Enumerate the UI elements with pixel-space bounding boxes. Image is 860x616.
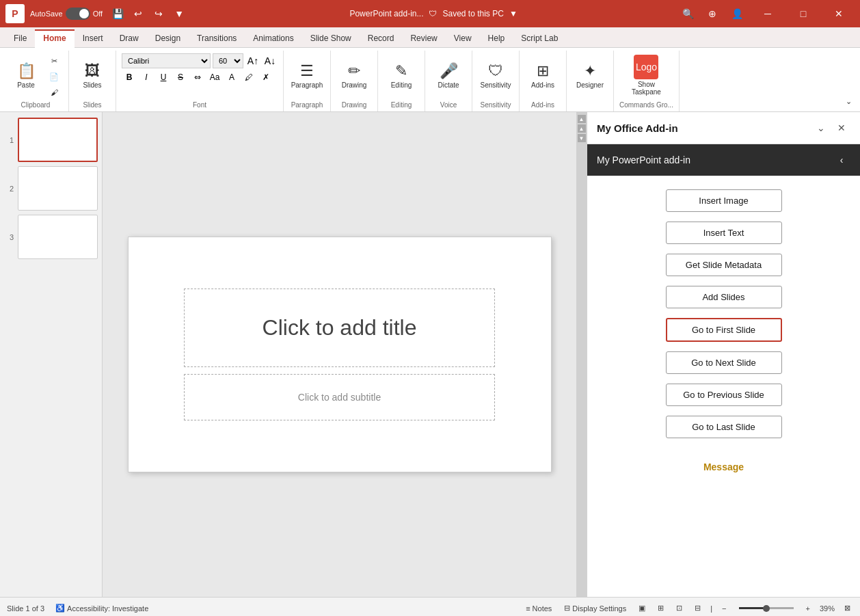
- slide-preview-1[interactable]: [18, 118, 98, 162]
- notes-label: Notes: [533, 604, 552, 613]
- tab-scriptlab[interactable]: Script Lab: [513, 31, 566, 47]
- strikethrough-button[interactable]: S: [173, 70, 188, 85]
- fit-slide-button[interactable]: ⊠: [842, 602, 853, 614]
- cut-button[interactable]: ✂: [45, 53, 63, 68]
- designer-button[interactable]: ✦ Designer: [572, 53, 608, 97]
- notes-button[interactable]: ≡ Notes: [523, 603, 554, 614]
- font-color-button[interactable]: A: [224, 70, 239, 85]
- zoom-level: 39%: [820, 604, 835, 613]
- font-size-select[interactable]: 60: [213, 53, 243, 68]
- tab-view[interactable]: View: [446, 31, 480, 47]
- copy-button[interactable]: 📄: [45, 69, 63, 84]
- scroll-prev-button[interactable]: ▲: [578, 124, 586, 133]
- accessibility-button[interactable]: ♿ Accessibility: Investigate: [53, 602, 151, 614]
- tab-insert[interactable]: Insert: [75, 31, 111, 47]
- redo-button[interactable]: ↪: [149, 4, 168, 23]
- tab-home[interactable]: Home: [35, 29, 74, 48]
- italic-button[interactable]: I: [139, 70, 154, 85]
- font-controls: Calibri 60 A↑ A↓ B I U S ⇔ Aa: [122, 53, 278, 85]
- addin-sidebar-collapse-button[interactable]: ‹: [833, 151, 850, 169]
- text-highlight-button[interactable]: 🖊: [241, 70, 256, 85]
- zoom-slider[interactable]: [739, 607, 794, 609]
- paragraph-label: Paragraph: [291, 100, 323, 111]
- maximize-button[interactable]: □: [788, 0, 819, 27]
- add-slides-button[interactable]: Add Slides: [666, 286, 782, 308]
- font-group-content: Calibri 60 A↑ A↓ B I U S ⇔ Aa: [122, 51, 278, 100]
- show-taskpane-button[interactable]: Logo Show Taskpane: [628, 53, 664, 97]
- tab-draw[interactable]: Draw: [111, 31, 147, 47]
- decrease-font-button[interactable]: A↓: [263, 53, 278, 68]
- undo-button[interactable]: ↩: [129, 4, 148, 23]
- slide-preview-3[interactable]: [18, 215, 98, 259]
- view-reading-button[interactable]: ⊡: [673, 602, 685, 614]
- get-slide-metadata-button[interactable]: Get Slide Metadata: [666, 254, 782, 276]
- view-slide-sorter-button[interactable]: ⊞: [655, 602, 667, 614]
- font-name-select[interactable]: Calibri: [122, 53, 211, 68]
- increase-font-button[interactable]: A↑: [245, 53, 260, 68]
- slide-thumb-2[interactable]: 2: [4, 166, 98, 211]
- main-canvas[interactable]: Click to add title Click to add subtitle: [103, 112, 576, 597]
- text-spacing-button[interactable]: ⇔: [190, 70, 205, 85]
- addin-collapse-button[interactable]: ⌄: [812, 119, 830, 137]
- sensitivity-button[interactable]: 🛡 Sensitivity: [478, 53, 513, 97]
- ribbon-tab-list: File Home Insert Draw Design Transitions…: [0, 27, 860, 48]
- insert-image-button[interactable]: Insert Image: [666, 189, 782, 212]
- tab-animations[interactable]: Animations: [245, 31, 301, 47]
- status-bar-right: ≡ Notes ⊟ Display Settings ▣ ⊞ ⊡ ⊟ | − +…: [523, 602, 853, 614]
- view-normal-button[interactable]: ▣: [636, 602, 648, 614]
- font-label: Font: [193, 100, 206, 111]
- format-painter-button[interactable]: 🖌: [45, 85, 63, 100]
- addin-message: Message: [597, 461, 850, 472]
- close-button[interactable]: ✕: [823, 0, 855, 27]
- minimize-button[interactable]: ─: [752, 0, 783, 27]
- customize-qat-button[interactable]: ▼: [170, 4, 189, 23]
- slide-preview-2[interactable]: [18, 166, 98, 211]
- search-button[interactable]: 🔍: [678, 4, 697, 23]
- account-button[interactable]: 👤: [727, 4, 747, 23]
- addin-close-button[interactable]: ✕: [833, 119, 850, 137]
- editing-group-content: ✎ Editing: [384, 51, 419, 100]
- paste-button[interactable]: 📋 Paste: [8, 53, 44, 97]
- paragraph-button[interactable]: ☰ Paragraph: [289, 53, 325, 97]
- slides-button[interactable]: 🖼 Slides: [75, 53, 110, 97]
- slide-thumb-3[interactable]: 3: [4, 215, 98, 259]
- bold-button[interactable]: B: [122, 70, 137, 85]
- save-dropdown-icon[interactable]: ▼: [509, 9, 518, 18]
- go-to-last-slide-button[interactable]: Go to Last Slide: [666, 416, 782, 438]
- designer-icon: ✦: [584, 62, 596, 80]
- autosave-toggle[interactable]: [66, 8, 90, 20]
- dictate-button[interactable]: 🎤 Dictate: [431, 53, 466, 97]
- addins-button[interactable]: ⊞ Add-ins: [525, 53, 561, 97]
- ribbon-display-button[interactable]: ⊕: [703, 4, 722, 23]
- tab-review[interactable]: Review: [402, 31, 445, 47]
- scroll-up-button[interactable]: ▲: [578, 115, 586, 123]
- tab-slideshow[interactable]: Slide Show: [302, 31, 360, 47]
- insert-text-button[interactable]: Insert Text: [666, 222, 782, 244]
- drawing-button[interactable]: ✏ Drawing: [336, 53, 372, 97]
- tab-transitions[interactable]: Transitions: [189, 31, 245, 47]
- tab-help[interactable]: Help: [480, 31, 513, 47]
- go-to-next-slide-button[interactable]: Go to Next Slide: [666, 351, 782, 374]
- tab-design[interactable]: Design: [147, 31, 189, 47]
- display-settings-button[interactable]: ⊟ Display Settings: [561, 602, 629, 614]
- zoom-in-button[interactable]: +: [803, 603, 813, 614]
- slide-subtitle-box[interactable]: Click to add subtitle: [184, 374, 495, 420]
- editing-button[interactable]: ✎ Editing: [384, 53, 419, 97]
- clear-format-button[interactable]: ✗: [258, 70, 273, 85]
- slide-thumb-1[interactable]: 1: [4, 118, 98, 162]
- underline-button[interactable]: U: [156, 70, 171, 85]
- tab-record[interactable]: Record: [360, 31, 403, 47]
- go-to-previous-slide-button[interactable]: Go to Previous Slide: [666, 384, 782, 406]
- go-to-first-slide-button[interactable]: Go to First Slide: [666, 318, 782, 342]
- save-button[interactable]: 💾: [108, 4, 127, 23]
- slide-canvas[interactable]: Click to add title Click to add subtitle: [128, 237, 552, 472]
- zoom-slider-thumb: [763, 605, 770, 612]
- drawing-group: ✏ Drawing Drawing: [331, 51, 378, 111]
- tab-file[interactable]: File: [5, 31, 35, 47]
- zoom-out-button[interactable]: −: [719, 603, 729, 614]
- slide-title-box[interactable]: Click to add title: [184, 289, 495, 367]
- view-presenter-button[interactable]: ⊟: [692, 602, 703, 614]
- expand-ribbon-button[interactable]: ⌄: [839, 94, 857, 109]
- scroll-next-button[interactable]: ▼: [578, 134, 586, 142]
- change-case-button[interactable]: Aa: [207, 70, 222, 85]
